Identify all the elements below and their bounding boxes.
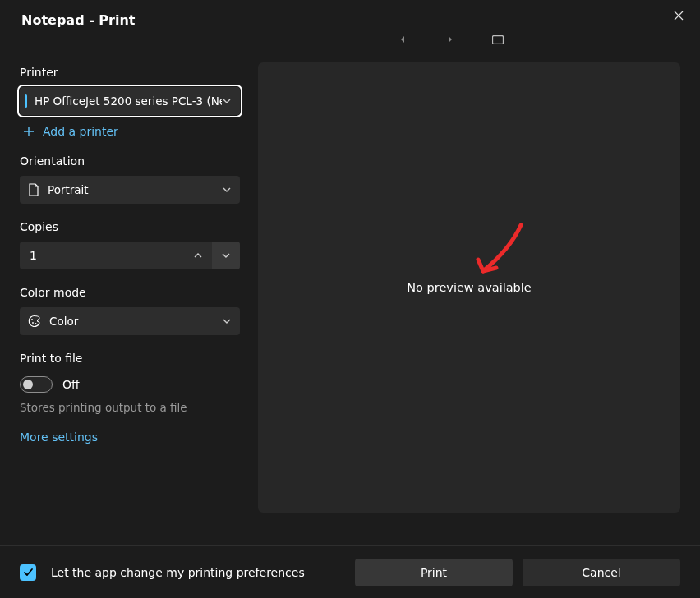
preview-fullscreen-button[interactable] <box>490 31 506 48</box>
add-printer-link[interactable]: Add a printer <box>20 125 243 138</box>
palette-icon <box>28 315 41 328</box>
orientation-dropdown[interactable]: Portrait <box>20 176 240 204</box>
copies-decrement-button[interactable] <box>212 242 240 269</box>
copies-value[interactable]: 1 <box>20 249 184 262</box>
orientation-label: Orientation <box>20 154 243 168</box>
print-to-file-state: Off <box>62 378 80 391</box>
add-printer-label: Add a printer <box>43 125 118 138</box>
color-mode-dropdown[interactable]: Color <box>20 307 240 335</box>
print-to-file-label: Print to file <box>20 352 243 365</box>
printer-selected-value: HP OfficeJet 5200 series PCL-3 (Net <box>35 94 222 108</box>
focus-indicator <box>25 94 27 108</box>
dialog-title: Notepad - Print <box>21 12 136 28</box>
preview-next-button[interactable] <box>442 31 458 48</box>
more-settings-link[interactable]: More settings <box>20 430 243 444</box>
copies-increment-button[interactable] <box>184 242 212 269</box>
print-button[interactable]: Print <box>355 559 513 586</box>
plus-icon <box>23 126 35 137</box>
printer-label: Printer <box>20 66 243 79</box>
svg-rect-0 <box>493 35 504 44</box>
triangle-right-icon <box>446 35 454 44</box>
triangle-left-icon <box>398 35 407 44</box>
color-mode-selected-value: Color <box>49 315 222 328</box>
preferences-checkbox[interactable] <box>20 564 36 581</box>
close-icon <box>674 11 684 21</box>
portrait-page-icon <box>28 183 39 196</box>
cancel-button[interactable]: Cancel <box>523 559 680 586</box>
preview-prev-button[interactable] <box>394 31 411 48</box>
toggle-knob <box>23 380 33 389</box>
chevron-down-icon <box>222 316 232 326</box>
color-mode-label: Color mode <box>20 286 243 299</box>
preview-pane: No preview available <box>258 62 680 513</box>
chevron-down-icon <box>221 251 231 260</box>
check-icon <box>23 567 34 577</box>
chevron-down-icon <box>222 96 232 106</box>
print-to-file-toggle[interactable] <box>20 376 53 393</box>
no-preview-text: No preview available <box>407 281 532 294</box>
print-to-file-help: Stores printing output to a file <box>20 401 243 414</box>
close-button[interactable] <box>661 3 697 28</box>
orientation-selected-value: Portrait <box>48 183 222 196</box>
fullscreen-icon <box>492 35 504 44</box>
printer-dropdown[interactable]: HP OfficeJet 5200 series PCL-3 (Net <box>20 87 240 115</box>
svg-point-2 <box>32 322 34 324</box>
svg-point-3 <box>35 323 37 324</box>
chevron-down-icon <box>222 185 232 195</box>
preferences-checkbox-label: Let the app change my printing preferenc… <box>51 566 345 579</box>
chevron-up-icon <box>193 251 203 260</box>
svg-point-1 <box>31 319 33 320</box>
copies-label: Copies <box>20 220 243 233</box>
copies-spinner[interactable]: 1 <box>20 242 240 269</box>
